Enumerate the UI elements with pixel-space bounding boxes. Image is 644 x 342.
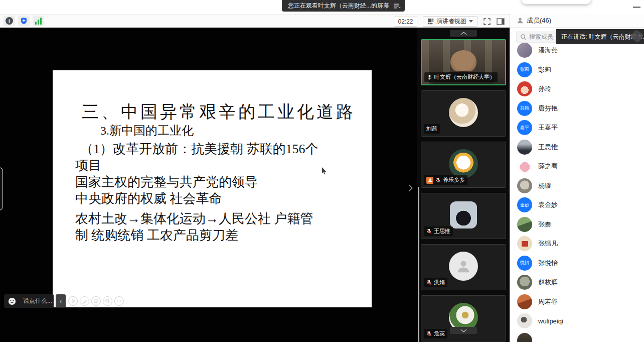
avatar: 嘉平 [517,120,532,135]
view-mode-button[interactable]: 演讲者视图 [423,16,477,27]
member-name: 张悦怡 [538,259,558,268]
avatar: 彭莉 [517,62,532,77]
magnifier-icon[interactable] [103,296,112,306]
avatar [517,178,532,193]
video-tile[interactable]: 洪娟 [421,244,506,290]
slide-line: （1）改革开放前：抗美援朝 苏联的156个 [75,141,318,157]
copy-icon[interactable] [91,296,101,306]
member-row[interactable]: 彭莉彭莉 [510,60,644,80]
avatar [517,294,532,309]
video-tile[interactable]: 养乐多多 [421,142,506,188]
tile-name-label: 养乐多多 [424,175,467,185]
member-row[interactable]: 杨璇 [510,176,644,196]
watch-banner-text: 您正在观看叶文辉（云南财经...的屏幕 [288,2,389,10]
member-name: 王思惟 [538,143,558,152]
member-row[interactable]: 孙玲 [510,79,644,99]
annotation-toolbar [68,296,124,306]
tile-name-label: 王思惟 [424,226,453,236]
presentation-slide: 三、中国异常艰辛的工业化道路 3.新中国的工业化 （1）改革开放前：抗美援朝 苏… [53,70,372,307]
mic-muted-icon [426,280,432,285]
member-row[interactable]: wulipeiqi [510,311,644,331]
member-row[interactable] [510,331,644,342]
avatar [517,275,532,290]
members-panel-header: 成员(46) [510,14,644,28]
member-name: wulipeiqi [538,317,563,325]
tile-name-label: 危英 [424,329,447,338]
meeting-timer: 02:22 [394,17,417,27]
video-tile[interactable]: 刘茜 [421,90,506,137]
fullscreen-button[interactable] [483,18,491,26]
member-row[interactable]: 薛之骞 [510,157,644,176]
strip-collapse-up-button[interactable] [450,30,477,37]
video-tile-speaker[interactable]: 叶文辉（云南财经大学） [421,39,506,85]
member-name: 潘海燕 [538,46,558,55]
video-thumbnail-strip: 叶文辉（云南财经大学） 刘茜 养乐多多 王思惟 [417,28,510,342]
signal-bars-icon [35,18,42,25]
network-status-button[interactable] [33,16,44,26]
tile-name-label: 叶文辉（云南财经大学） [424,72,498,82]
expand-strip-chevron[interactable] [406,181,414,194]
member-row[interactable]: 张镭凡 [510,234,644,254]
minimize-dash-icon[interactable] [633,7,640,8]
avatar [517,140,532,155]
speaking-now-banner: 正在讲话: 叶文辉（云南财经大... [556,29,644,44]
mic-muted-icon [426,229,432,234]
search-icon [520,34,527,40]
member-row[interactable]: 赵枚辉 [510,273,644,292]
avatar [517,333,532,342]
info-icon: i [6,17,13,25]
member-name: 孙玲 [538,84,551,93]
slide-line: 制 统购统销 工农产品剪刀差 [75,227,318,244]
emoji-smiley-icon[interactable] [8,297,16,305]
tile-name-label: 洪娟 [424,278,447,287]
video-tile[interactable]: 王思惟 [421,193,506,239]
member-name: 王嘉平 [538,123,558,132]
member-name: 张秦 [538,220,551,229]
video-tile[interactable]: 危英 [421,295,506,341]
more-options-icon[interactable] [114,296,124,306]
member-row[interactable]: 悦怡张悦怡 [510,254,644,273]
member-name: 袁金妙 [538,200,558,209]
mouse-cursor [321,166,328,178]
avatar [450,201,477,229]
member-row[interactable]: 金妙袁金妙 [510,195,644,215]
member-name: 周若谷 [538,297,558,306]
member-row[interactable]: 嘉平王嘉平 [510,118,644,138]
mic-muted-icon [435,177,441,183]
slide-line: 国家主权的完整与共产党的领导 [75,174,318,190]
member-row[interactable]: 芬艳唐芬艳 [510,99,644,119]
member-row[interactable]: 周若谷 [510,292,644,312]
layout-view-icon [427,18,434,25]
avatar [517,236,532,251]
shared-screen-area: 三、中国异常艰辛的工业化道路 3.新中国的工业化 （1）改革开放前：抗美援朝 苏… [0,28,417,342]
play-icon[interactable] [68,296,78,306]
member-list: 潘海燕 彭莉彭莉 孙玲 芬艳唐芬艳 嘉平王嘉平 王思惟 薛之骞 杨璇 金妙袁金妙… [510,41,644,342]
avatar [449,98,478,127]
slide-line: 农村土改→集体化运动→人民公社 户籍管 [75,210,318,227]
strip-scroll-down-button[interactable] [450,327,477,334]
share-menu-icon[interactable] [393,3,401,9]
left-edge-handle[interactable] [0,167,3,210]
member-name: 彭莉 [538,65,551,74]
quick-chat-bar[interactable]: 说点什么... [4,294,54,308]
window-titlebar: 您正在观看叶文辉（云南财经...的屏幕 [0,0,644,14]
side-panel-toggle-button[interactable] [497,18,505,25]
annotate-pencil-icon[interactable] [80,296,89,306]
chat-input-placeholder[interactable]: 说点什么... [23,297,52,305]
avatar [517,159,532,174]
member-name: 张镭凡 [538,239,558,248]
meeting-info-button[interactable]: i [4,16,15,26]
security-button[interactable] [18,16,30,26]
avatar: 金妙 [517,197,532,212]
mic-on-icon [427,74,432,80]
screen-watch-banner: 您正在观看叶文辉（云南财经...的屏幕 [282,0,405,12]
member-row[interactable]: 王思惟 [510,138,644,157]
strip-scrollbar[interactable] [418,187,419,342]
chat-collapse-button[interactable]: ‹ [56,294,66,308]
member-row[interactable]: 张秦 [510,215,644,235]
slide-subtitle: 3.新中国的工业化 [100,123,194,139]
avatar: 芬艳 [517,101,532,116]
avatar [517,81,532,96]
avatar [517,313,532,328]
members-panel: 成员(46) 正在讲话: 叶文辉（云南财经大... 潘海燕 彭莉彭莉 孙玲 芬艳… [510,14,644,342]
